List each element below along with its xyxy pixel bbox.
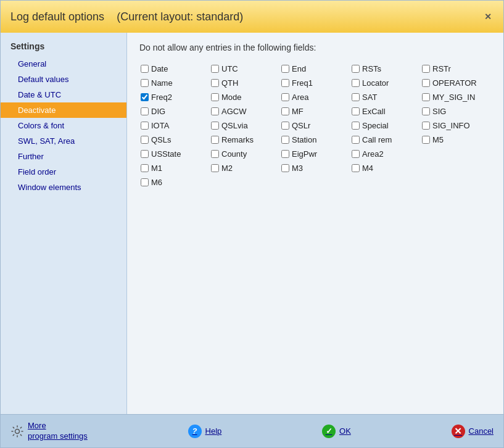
label-name[interactable]: Name	[151, 78, 173, 88]
sidebar-item-colors-font[interactable]: Colors & font	[1, 118, 126, 133]
close-button[interactable]: ✕	[482, 11, 494, 22]
checkbox-name[interactable]	[141, 79, 149, 87]
label-area[interactable]: Area	[292, 93, 308, 102]
label-qslvia[interactable]: QSLvia	[221, 121, 248, 130]
sidebar-item-window-elements[interactable]: Window elements	[1, 180, 126, 195]
checkbox-excall[interactable]	[352, 107, 360, 115]
checkbox-freq1[interactable]	[281, 79, 289, 87]
checkbox-m5[interactable]	[422, 136, 430, 144]
label-freq1[interactable]: Freq1	[292, 78, 313, 88]
checkbox-sat[interactable]	[352, 93, 360, 101]
label-m6[interactable]: M6	[151, 178, 162, 187]
label-qslr[interactable]: QSLr	[292, 121, 310, 130]
checkbox-county[interactable]	[211, 150, 219, 158]
label-m5[interactable]: M5	[432, 135, 444, 144]
sidebar-item-general[interactable]: General	[1, 56, 126, 72]
cancel-button[interactable]: ✕ Cancel	[452, 425, 494, 438]
sidebar-item-swl-sat-area[interactable]: SWL, SAT, Area	[1, 133, 126, 149]
checkbox-area2[interactable]	[352, 150, 360, 158]
checkbox-rsts[interactable]	[352, 65, 360, 73]
label-utc[interactable]: UTC	[221, 64, 238, 73]
checkbox-qth[interactable]	[211, 79, 219, 87]
more-label-line2[interactable]: program settings	[28, 431, 88, 442]
main-window: Log default options (Current layout: sta…	[0, 0, 504, 448]
label-freq2[interactable]: Freq2	[151, 93, 172, 102]
sidebar-item-deactivate[interactable]: Deactivate	[1, 102, 126, 118]
checkbox-qslvia[interactable]	[211, 122, 219, 130]
label-excall[interactable]: ExCall	[362, 107, 386, 116]
checkbox-operator[interactable]	[422, 79, 430, 87]
checkboxes-grid: Date Name Freq2 DIG	[139, 62, 491, 189]
checkbox-dig[interactable]	[141, 107, 149, 115]
label-m2[interactable]: M2	[221, 164, 233, 173]
label-agcw[interactable]: AGCW	[221, 107, 246, 116]
label-qth[interactable]: QTH	[221, 78, 238, 88]
label-callrem[interactable]: Call rem	[362, 135, 392, 144]
checkbox-m2[interactable]	[211, 164, 219, 172]
label-county[interactable]: County	[221, 149, 247, 159]
label-m4[interactable]: M4	[362, 164, 373, 173]
label-qsls[interactable]: QSLs	[151, 135, 171, 144]
checkbox-sig-info[interactable]	[422, 122, 430, 130]
checkbox-m3[interactable]	[281, 164, 289, 172]
more-label-line1[interactable]: More	[28, 421, 46, 431]
label-m1[interactable]: M1	[151, 164, 162, 173]
label-m3[interactable]: M3	[292, 164, 303, 173]
label-rstr[interactable]: RSTr	[432, 64, 451, 73]
label-special[interactable]: Special	[362, 121, 389, 130]
checkbox-agcw[interactable]	[211, 107, 219, 115]
label-usstate[interactable]: USState	[151, 149, 181, 159]
label-operator[interactable]: OPERATOR	[432, 78, 477, 88]
checkbox-col-4: RSTs Locator SAT ExCall	[350, 62, 421, 189]
checkbox-row-qslvia: QSLvia	[210, 119, 280, 132]
label-locator[interactable]: Locator	[362, 78, 389, 88]
label-end[interactable]: End	[292, 64, 306, 73]
window-title: Log default options (Current layout: sta…	[10, 10, 243, 23]
checkbox-locator[interactable]	[352, 79, 360, 87]
label-sig[interactable]: SIG	[432, 107, 446, 116]
checkbox-eigpwr[interactable]	[281, 150, 289, 158]
more-program-settings-button[interactable]: More program settings	[10, 421, 88, 442]
checkbox-callrem[interactable]	[352, 136, 360, 144]
checkbox-end[interactable]	[281, 65, 289, 73]
label-mf[interactable]: MF	[292, 107, 304, 116]
checkbox-mode[interactable]	[211, 93, 219, 101]
checkbox-mf[interactable]	[281, 107, 289, 115]
sidebar-item-further[interactable]: Further	[1, 149, 126, 164]
checkbox-utc[interactable]	[211, 65, 219, 73]
sidebar-item-date-utc[interactable]: Date & UTC	[1, 87, 126, 102]
label-dig[interactable]: DIG	[151, 107, 165, 116]
label-date[interactable]: Date	[151, 64, 168, 73]
label-station[interactable]: Station	[292, 135, 316, 144]
checkbox-date[interactable]	[141, 65, 149, 73]
label-remarks[interactable]: Remarks	[221, 135, 254, 144]
ok-button[interactable]: ✓ OK	[322, 425, 351, 438]
checkbox-freq2[interactable]	[141, 93, 149, 101]
checkbox-m6[interactable]	[141, 178, 149, 186]
checkbox-iota[interactable]	[141, 122, 149, 130]
checkbox-my-sig-info[interactable]	[422, 93, 430, 101]
checkbox-qslr[interactable]	[281, 122, 289, 130]
checkbox-m1[interactable]	[141, 164, 149, 172]
checkbox-m4[interactable]	[352, 164, 360, 172]
label-sig-info[interactable]: SIG_INFO	[432, 121, 470, 130]
checkbox-row-sat: SAT	[350, 91, 421, 104]
checkbox-sig[interactable]	[422, 107, 430, 115]
checkbox-area[interactable]	[281, 93, 289, 101]
label-rsts[interactable]: RSTs	[362, 64, 381, 73]
label-sat[interactable]: SAT	[362, 93, 377, 102]
checkbox-qsls[interactable]	[141, 136, 149, 144]
checkbox-station[interactable]	[281, 136, 289, 144]
label-eigpwr[interactable]: EigPwr	[292, 149, 317, 159]
help-button[interactable]: ? Help	[188, 425, 222, 438]
label-iota[interactable]: IOTA	[151, 121, 169, 130]
label-my-sig-info[interactable]: MY_SIG_IN	[432, 93, 475, 102]
checkbox-special[interactable]	[352, 122, 360, 130]
sidebar-item-default-values[interactable]: Default values	[1, 72, 126, 87]
checkbox-usstate[interactable]	[141, 150, 149, 158]
label-area2[interactable]: Area2	[362, 149, 384, 159]
label-mode[interactable]: Mode	[221, 93, 242, 102]
checkbox-remarks[interactable]	[211, 136, 219, 144]
checkbox-rstr[interactable]	[422, 65, 430, 73]
sidebar-item-field-order[interactable]: Field order	[1, 164, 126, 180]
